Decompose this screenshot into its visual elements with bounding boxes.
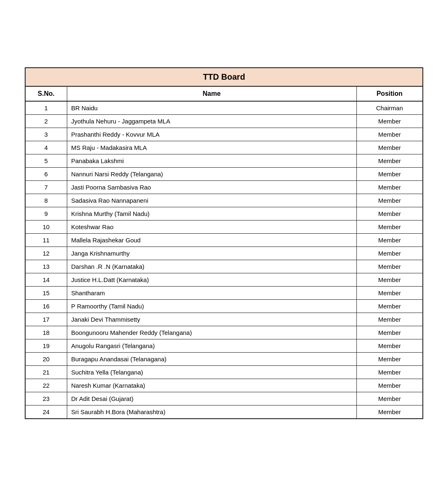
cell-name: Prashanthi Reddy - Kovvur MLA: [67, 128, 356, 141]
cell-name: Anugolu Rangasri (Telangana): [67, 339, 356, 352]
table-row: 13Darshan .R .N (Karnataka)Member: [26, 260, 422, 273]
cell-sno: 6: [26, 167, 67, 180]
cell-sno: 7: [26, 180, 67, 194]
table-row: 8Sadasiva Rao NannapaneniMember: [26, 194, 422, 207]
cell-name: MS Raju - Madakasira MLA: [67, 141, 356, 154]
cell-position: Member: [356, 313, 422, 326]
cell-sno: 20: [26, 352, 67, 365]
cell-sno: 14: [26, 273, 67, 286]
cell-position: Member: [356, 194, 422, 207]
table-row: 2Jyothula Nehuru - Jaggampeta MLAMember: [26, 114, 422, 128]
cell-name: Dr Adit Desai (Gujarat): [67, 392, 356, 405]
table-row: 18Boongunooru Mahender Reddy (Telangana)…: [26, 326, 422, 339]
table-row: 4MS Raju - Madakasira MLAMember: [26, 141, 422, 154]
cell-position: Member: [356, 247, 422, 260]
cell-position: Member: [356, 114, 422, 128]
cell-name: Mallela Rajashekar Goud: [67, 233, 356, 247]
cell-name: Koteshwar Rao: [67, 220, 356, 233]
cell-name: Shantharam: [67, 286, 356, 299]
cell-sno: 23: [26, 392, 67, 405]
cell-sno: 5: [26, 154, 67, 167]
table-row: 10Koteshwar RaoMember: [26, 220, 422, 233]
cell-sno: 18: [26, 326, 67, 339]
table-body: 1BR NaiduChairman2Jyothula Nehuru - Jagg…: [26, 101, 422, 418]
cell-name: Buragapu Anandasai (Telanagana): [67, 352, 356, 365]
cell-position: Chairman: [356, 101, 422, 115]
cell-name: Jasti Poorna Sambasiva Rao: [67, 180, 356, 194]
cell-sno: 3: [26, 128, 67, 141]
cell-position: Member: [356, 273, 422, 286]
cell-name: Sri Saurabh H.Bora (Maharashtra): [67, 405, 356, 418]
cell-position: Member: [356, 260, 422, 273]
table-row: 17Janaki Devi ThammisettyMember: [26, 313, 422, 326]
cell-sno: 22: [26, 379, 67, 392]
table-row: 23Dr Adit Desai (Gujarat)Member: [26, 392, 422, 405]
cell-sno: 9: [26, 207, 67, 220]
cell-position: Member: [356, 154, 422, 167]
header-name: Name: [67, 86, 356, 101]
cell-sno: 19: [26, 339, 67, 352]
cell-name: Nannuri Narsi Reddy (Telangana): [67, 167, 356, 180]
cell-position: Member: [356, 299, 422, 313]
table-row: 21Suchitra Yella (Telangana)Member: [26, 365, 422, 379]
table-row: 16P Ramoorthy (Tamil Nadu)Member: [26, 299, 422, 313]
cell-sno: 15: [26, 286, 67, 299]
cell-name: Janaki Devi Thammisetty: [67, 313, 356, 326]
cell-name: Justice H.L.Datt (Karnataka): [67, 273, 356, 286]
table-title: TTD Board: [26, 68, 422, 86]
table-row: 9Krishna Murthy (Tamil Nadu)Member: [26, 207, 422, 220]
cell-position: Member: [356, 286, 422, 299]
cell-sno: 16: [26, 299, 67, 313]
cell-sno: 13: [26, 260, 67, 273]
cell-position: Member: [356, 352, 422, 365]
cell-position: Member: [356, 392, 422, 405]
table-row: 1BR NaiduChairman: [26, 101, 422, 115]
table-row: 19Anugolu Rangasri (Telangana)Member: [26, 339, 422, 352]
cell-position: Member: [356, 141, 422, 154]
header-sno: S.No.: [26, 86, 67, 101]
table-row: 11Mallela Rajashekar GoudMember: [26, 233, 422, 247]
cell-name: Naresh Kumar (Karnataka): [67, 379, 356, 392]
cell-name: Panabaka Lakshmi: [67, 154, 356, 167]
cell-name: Krishna Murthy (Tamil Nadu): [67, 207, 356, 220]
cell-sno: 10: [26, 220, 67, 233]
cell-sno: 8: [26, 194, 67, 207]
table-container: TTD Board S.No. Name Position 1BR NaiduC…: [25, 67, 423, 419]
table-row: 7Jasti Poorna Sambasiva RaoMember: [26, 180, 422, 194]
table-row: 24Sri Saurabh H.Bora (Maharashtra)Member: [26, 405, 422, 418]
cell-position: Member: [356, 128, 422, 141]
table-row: 15ShantharamMember: [26, 286, 422, 299]
cell-sno: 1: [26, 101, 67, 115]
cell-name: BR Naidu: [67, 101, 356, 115]
page-wrapper: TTD Board S.No. Name Position 1BR NaiduC…: [0, 0, 448, 486]
cell-sno: 21: [26, 365, 67, 379]
title-row: TTD Board: [26, 68, 422, 86]
cell-sno: 24: [26, 405, 67, 418]
cell-position: Member: [356, 326, 422, 339]
cell-name: Darshan .R .N (Karnataka): [67, 260, 356, 273]
cell-name: Suchitra Yella (Telangana): [67, 365, 356, 379]
table-row: 12Janga KrishnamurthyMember: [26, 247, 422, 260]
table-row: 3Prashanthi Reddy - Kovvur MLAMember: [26, 128, 422, 141]
cell-position: Member: [356, 233, 422, 247]
cell-position: Member: [356, 339, 422, 352]
cell-position: Member: [356, 405, 422, 418]
cell-position: Member: [356, 167, 422, 180]
cell-name: P Ramoorthy (Tamil Nadu): [67, 299, 356, 313]
header-position: Position: [356, 86, 422, 101]
cell-position: Member: [356, 220, 422, 233]
table-row: 20Buragapu Anandasai (Telanagana)Member: [26, 352, 422, 365]
cell-position: Member: [356, 180, 422, 194]
cell-sno: 12: [26, 247, 67, 260]
cell-sno: 17: [26, 313, 67, 326]
cell-name: Janga Krishnamurthy: [67, 247, 356, 260]
cell-name: Sadasiva Rao Nannapaneni: [67, 194, 356, 207]
table-row: 6Nannuri Narsi Reddy (Telangana)Member: [26, 167, 422, 180]
cell-sno: 2: [26, 114, 67, 128]
cell-name: Boongunooru Mahender Reddy (Telangana): [67, 326, 356, 339]
table-row: 14Justice H.L.Datt (Karnataka)Member: [26, 273, 422, 286]
cell-position: Member: [356, 207, 422, 220]
cell-sno: 11: [26, 233, 67, 247]
table-row: 22Naresh Kumar (Karnataka)Member: [26, 379, 422, 392]
cell-name: Jyothula Nehuru - Jaggampeta MLA: [67, 114, 356, 128]
